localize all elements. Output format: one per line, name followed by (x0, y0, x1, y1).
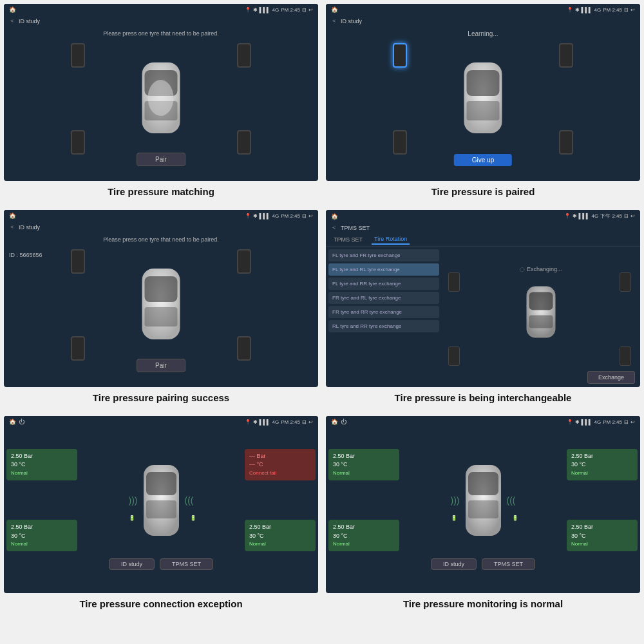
cell-3: 🏠 📍 ✱ ▌▌▌ 4G PM 2:45 ⊟ ↩ ＜ ID study Plea… (0, 206, 322, 412)
tire-fl-2-highlight (393, 43, 407, 68)
svg-rect-8 (145, 276, 178, 302)
caption-6: Tire pressure monitoring is normal (403, 596, 563, 613)
caption-5: Tire pressure connection exception (79, 596, 242, 613)
nav-bar-4: ＜ TPMS SET (326, 222, 640, 233)
screen-body-1: Please press one tyre that need to be pa… (4, 26, 318, 171)
tpms-car-svg-6 (462, 462, 504, 539)
bat-icon-r-6: 🔋 (512, 515, 518, 521)
signal-icon-1: ▌▌▌ (260, 7, 270, 13)
tire-rl-status-5: Normal (11, 540, 73, 548)
network-label-6: 4G (594, 419, 601, 425)
nav-back-3[interactable]: ＜ (9, 223, 15, 231)
tpmsset-btn-5[interactable]: TPMS SET (160, 558, 213, 570)
tpms-body-5: 2.50 Bar 30 °C Normal --- Bar --- °C Con… (4, 428, 318, 573)
tpms-bottom-6: ID study TPMS SET (431, 558, 535, 570)
status-bar-2: 🏠 📍 ✱ ▌▌▌ 4G PM 2:45 ⊟ ↩ (326, 4, 640, 15)
svg-rect-9 (145, 307, 178, 327)
rotation-item-4[interactable]: FR tyre and RR tyre exchange (328, 306, 439, 318)
tire-fr-bar-6: 2.50 Bar (571, 452, 633, 461)
wave-left-5: ))) (129, 495, 138, 506)
home-icon-3: 🏠 (9, 213, 16, 219)
screen-2: 🏠 📍 ✱ ▌▌▌ 4G PM 2:45 ⊟ ↩ ＜ ID study Lear… (326, 4, 640, 181)
tpms-tl-6: 2.50 Bar 30 °C Normal (328, 449, 399, 480)
rotation-menu: FL tyre and FR tyre exchange FL tyre and… (326, 247, 442, 387)
screen-6: 🏠 ⏻ 📍 ✱ ▌▌▌ 4G PM 2:45 ⊟ ↩ 2.5 (326, 416, 640, 593)
exchange-button[interactable]: Exchange (587, 371, 635, 384)
caption-1: Tire pressure matching (108, 184, 214, 201)
tire-rl-1 (71, 130, 85, 155)
tab-tire-rotation[interactable]: Tire Rotation (372, 234, 410, 245)
bt-icon-4: ✱ (573, 213, 577, 219)
tire-rr-temp-6: 30 °C (571, 532, 633, 541)
rot-tire-fl (448, 272, 460, 292)
tire-rr-temp-5: 30 °C (249, 532, 311, 541)
screen-4: 🏠 📍 ✱ ▌▌▌ 4G 下午 2:45 ⊟ ↩ ＜ TPMS SET TPMS… (326, 210, 640, 387)
power-icon-6: ⏻ (341, 419, 346, 425)
tpms-car-wrapper-6: ))) (462, 462, 504, 539)
home-icon-5: 🏠 (9, 419, 16, 425)
screen-icon-5: ⊟ (302, 419, 307, 425)
bt-icon-1: ✱ (253, 7, 258, 13)
idstudy-btn-6[interactable]: ID study (431, 558, 477, 570)
rotation-item-3[interactable]: FR tyre and RL tyre exchange (328, 292, 439, 304)
bt-icon-5: ✱ (253, 419, 258, 425)
car-svg-1 (137, 56, 185, 140)
bt-icon-3: ✱ (253, 213, 258, 219)
network-label-2: 4G (594, 7, 601, 13)
svg-point-3 (148, 80, 174, 116)
tire-fr-temp-6: 30 °C (571, 460, 633, 469)
back-icon-3: ↩ (308, 213, 313, 219)
location-icon-2: 📍 (567, 7, 573, 13)
pair-button-3[interactable]: Pair (137, 359, 185, 372)
tire-rr-bar-6: 2.50 Bar (571, 523, 633, 532)
nav-bar-2: ＜ ID study (326, 15, 640, 26)
rotation-item-5[interactable]: RL tyre and RR tyre exchange (328, 320, 439, 332)
tire-rr-1 (237, 130, 251, 155)
tpms-tr-6: 2.50 Bar 30 °C Normal (567, 449, 638, 480)
tpms-tile-fr-6: 2.50 Bar 30 °C Normal (567, 449, 638, 480)
tire-fl-status-5: Normal (11, 469, 73, 477)
tpms-layout-6: 2.50 Bar 30 °C Normal 2.50 Bar 30 °C Nor… (328, 430, 638, 570)
main-grid: 🏠 📍 ✱ ▌▌▌ 4G PM 2:45 ⊟ ↩ ＜ ID study Plea… (0, 0, 644, 618)
svg-rect-15 (146, 500, 176, 518)
nav-back-2[interactable]: ＜ (331, 17, 337, 25)
signal-icon-3: ▌▌▌ (260, 213, 270, 219)
nav-back-1[interactable]: ＜ (9, 17, 15, 25)
tab-tpms-set[interactable]: TPMS SET (331, 235, 365, 244)
caption-4: Tire pressure is being interchangeable (395, 390, 572, 407)
time-label-6: PM 2:45 (603, 419, 622, 425)
tpmsset-btn-6[interactable]: TPMS SET (482, 558, 535, 570)
screen-icon-4: ⊟ (624, 213, 629, 219)
giveup-button[interactable]: Give up (454, 154, 512, 166)
caption-3: Tire pressure pairing success (93, 390, 229, 407)
nav-title-2: ID study (341, 18, 362, 24)
rotation-item-1[interactable]: FL tyre and RL tyre exchange (328, 263, 439, 276)
status-bar-4: 🏠 📍 ✱ ▌▌▌ 4G 下午 2:45 ⊟ ↩ (326, 210, 640, 222)
car-3 (137, 262, 185, 348)
back-icon-6: ↩ (630, 419, 635, 425)
back-icon-5: ↩ (308, 419, 313, 425)
network-label-4: 4G (592, 213, 599, 219)
rotation-item-2[interactable]: FL tyre and RR tyre exchange (328, 278, 439, 290)
power-icon-5: ⏻ (19, 419, 24, 425)
svg-rect-14 (146, 472, 176, 495)
tpms-car-6: ))) (402, 462, 564, 539)
tire-rl-temp-5: 30 °C (11, 532, 73, 541)
nav-back-4[interactable]: ＜ (331, 223, 337, 232)
signal-icon-5: ▌▌▌ (260, 419, 270, 425)
time-label-4: 下午 2:45 (600, 213, 622, 220)
tpms-tile-rl-5: 2.50 Bar 30 °C Normal (6, 520, 77, 551)
home-icon-6: 🏠 (331, 419, 338, 425)
svg-rect-12 (529, 315, 553, 328)
signal-icon-6: ▌▌▌ (582, 419, 592, 425)
tpms-car-5: ))) (80, 462, 242, 539)
idstudy-btn-5[interactable]: ID study (109, 558, 155, 570)
car-svg-3 (137, 262, 185, 346)
screen-icon-3: ⊟ (302, 213, 307, 219)
tire-rr-status-6: Normal (571, 540, 633, 548)
pair-button-1[interactable]: Pair (137, 153, 185, 166)
rotation-item-0[interactable]: FL tyre and FR tyre exchange (328, 249, 439, 261)
exchanging-text: ◌ Exchanging... (520, 266, 562, 272)
screen-body-2: Learning... (326, 26, 640, 171)
tire-rl-bar-5: 2.50 Bar (11, 523, 73, 532)
